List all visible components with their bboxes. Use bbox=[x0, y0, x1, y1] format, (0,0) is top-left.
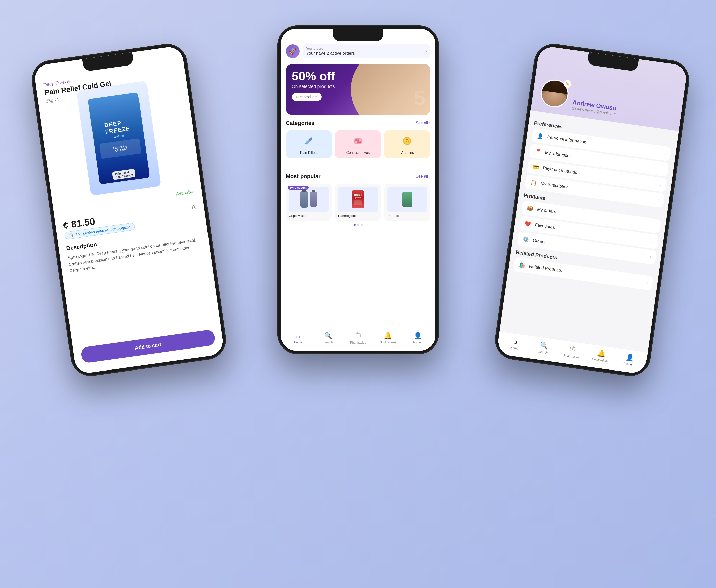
promo-banner[interactable]: 50% off On selected products See product… bbox=[286, 64, 430, 115]
product-brand-text: DEEPFREEZE bbox=[104, 119, 130, 135]
account-screen: ✏️ Andrew Owusu andrew.owusu@gmail.com P… bbox=[496, 45, 688, 375]
svg-point-6 bbox=[355, 139, 357, 141]
person-icon: 👤 bbox=[536, 132, 544, 140]
search-icon-right: 🔍 bbox=[539, 341, 548, 350]
see-products-button[interactable]: See products bbox=[292, 93, 322, 101]
nav-pharmacies-label: Pharmacies bbox=[350, 341, 366, 344]
svg-point-11 bbox=[359, 141, 361, 143]
active-orders-banner[interactable]: Your orders Your have 2 active orders › bbox=[303, 44, 430, 58]
rocket-icon: 🚀 bbox=[286, 44, 300, 58]
home-header: 🚀 Your orders Your have 2 active orders … bbox=[286, 44, 430, 58]
favourites-icon: ❤️ bbox=[524, 220, 532, 227]
bell-icon: 🔔 bbox=[384, 332, 392, 340]
popular-card-2[interactable]: Haemoglobin Haemoglobin bbox=[335, 184, 381, 221]
bottom-nav-center: ⌂ Home 🔍 Search bbox=[281, 328, 435, 351]
pain-killers-icon bbox=[302, 134, 316, 148]
home-screen: 🚀 Your orders Your have 2 active orders … bbox=[281, 29, 435, 351]
svg-line-22 bbox=[572, 348, 573, 350]
phone-notch-center bbox=[333, 29, 384, 41]
nav-pharmacies-right[interactable]: Pharmacies bbox=[557, 343, 587, 360]
category-vitamins[interactable]: C Vitamins bbox=[384, 130, 430, 158]
home-icon-right: ⌂ bbox=[513, 337, 518, 346]
contraceptives-icon bbox=[351, 134, 365, 148]
card-icon: 💳 bbox=[532, 164, 540, 171]
add-to-cart-button[interactable]: Add to cart bbox=[80, 329, 216, 363]
product-name-2: Haemoglobin bbox=[338, 214, 378, 218]
indicator-dot-3 bbox=[361, 224, 363, 226]
categories-header: Categories See all › bbox=[286, 120, 430, 126]
nav-notifications[interactable]: 🔔 Notifications bbox=[373, 332, 403, 344]
categories-row: Pain Killers bbox=[286, 130, 430, 158]
chevron-up-icon[interactable]: ∧ bbox=[190, 202, 197, 211]
nav-account-right[interactable]: 👤 Account bbox=[614, 352, 645, 368]
category-pain-killers[interactable]: Pain Killers bbox=[286, 130, 332, 158]
phone-right-screen: ✏️ Andrew Owusu andrew.owusu@gmail.com P… bbox=[496, 45, 688, 375]
account-sections: Preferences 👤 Personal information › 📍 M… bbox=[500, 110, 679, 352]
categories-see-all[interactable]: See all › bbox=[415, 121, 430, 125]
product-name-3: Product bbox=[387, 214, 427, 218]
nav-notifications-right[interactable]: 🔔 Notifications bbox=[586, 348, 616, 364]
svg-point-8 bbox=[359, 139, 361, 141]
phone-right: ✏️ Andrew Owusu andrew.owusu@gmail.com P… bbox=[492, 41, 692, 379]
chevron-right-icon: › bbox=[658, 198, 660, 203]
avatar-wrapper: ✏️ bbox=[539, 78, 570, 109]
nav-pharmacies[interactable]: Pharmacies bbox=[343, 332, 373, 344]
related-icon: 🛍️ bbox=[518, 262, 526, 269]
popular-card-3[interactable]: Product bbox=[385, 184, 430, 221]
popular-title: Most popular bbox=[286, 173, 321, 180]
popular-section: Most popular See all › 5% Discount bbox=[286, 173, 430, 226]
promo-sub: On selected products bbox=[292, 84, 335, 89]
chevron-right-icon: › bbox=[652, 239, 654, 244]
account-name-area: Andrew Owusu andrew.owusu@gmail.com bbox=[571, 99, 618, 116]
active-orders-title: Your orders bbox=[306, 46, 355, 50]
nav-search-right[interactable]: 🔍 Search bbox=[528, 340, 559, 356]
nav-home[interactable]: ⌂ Home bbox=[283, 332, 313, 344]
popular-row: 5% Discount Gripe Mixture bbox=[286, 184, 430, 221]
phone-center-screen: 🚀 Your orders Your have 2 active orders … bbox=[281, 29, 435, 351]
chevron-right-icon: › bbox=[429, 174, 430, 178]
nav-home-label-right: Home bbox=[510, 346, 519, 350]
nav-account-label-center: Account bbox=[412, 341, 423, 344]
account-icon: 👤 bbox=[414, 332, 422, 340]
nav-search-label: Search bbox=[323, 341, 333, 344]
svg-rect-20 bbox=[572, 346, 574, 348]
chevron-right-icon: › bbox=[660, 182, 662, 187]
svg-rect-16 bbox=[357, 332, 359, 334]
nav-account-center[interactable]: 👤 Account bbox=[403, 332, 433, 344]
svg-point-10 bbox=[357, 141, 359, 143]
contraceptives-label: Contraceptives bbox=[346, 150, 370, 154]
product-image-area: DEEPFREEZE Cold Gel Fast ActingPain Reli… bbox=[36, 65, 202, 211]
nav-home-right[interactable]: ⌂ Home bbox=[500, 336, 530, 352]
indicator-dot-1 bbox=[353, 224, 355, 226]
pharmacies-icon bbox=[355, 332, 362, 340]
product-screen: Deep Freeze Pain Relief Cold Gel 35g x1 … bbox=[33, 45, 225, 375]
phone-left: Deep Freeze Pain Relief Cold Gel 35g x1 … bbox=[29, 41, 229, 379]
nav-notifications-label: Notifications bbox=[379, 341, 396, 344]
product-image-2: Haemoglobin bbox=[338, 187, 378, 212]
nav-search[interactable]: 🔍 Search bbox=[313, 332, 343, 344]
popular-header: Most popular See all › bbox=[286, 173, 430, 180]
phone-left-screen: Deep Freeze Pain Relief Cold Gel 35g x1 … bbox=[33, 45, 225, 375]
location-icon: 📍 bbox=[534, 148, 542, 155]
chevron-right-icon: › bbox=[429, 121, 430, 125]
active-orders-text: Your have 2 active orders bbox=[306, 51, 355, 56]
bell-icon-right: 🔔 bbox=[597, 349, 606, 358]
product-name-1: Gripe Mixture bbox=[289, 214, 329, 218]
product-inner: DEEPFREEZE Cold Gel Fast ActingPain Reli… bbox=[88, 92, 150, 185]
svg-point-9 bbox=[355, 141, 357, 143]
page-indicators bbox=[286, 224, 430, 226]
popular-card-1[interactable]: 5% Discount Gripe Mixture bbox=[286, 184, 331, 221]
category-contraceptives[interactable]: Contraceptives bbox=[335, 130, 381, 158]
chevron-right-icon: › bbox=[425, 48, 427, 54]
popular-see-all[interactable]: See all › bbox=[415, 174, 430, 178]
promo-slide-number: 5 bbox=[414, 86, 425, 110]
categories-section: Categories See all › bbox=[286, 120, 430, 158]
nav-search-label-right: Search bbox=[538, 350, 548, 355]
nav-pharmacies-label-right: Pharmacies bbox=[563, 354, 580, 359]
phone-center: 🚀 Your orders Your have 2 active orders … bbox=[277, 25, 439, 354]
chevron-right-icon: › bbox=[664, 151, 666, 156]
chevron-right-icon: › bbox=[654, 224, 656, 228]
product-image-3 bbox=[387, 187, 427, 212]
svg-text:C: C bbox=[405, 138, 409, 143]
home-icon: ⌂ bbox=[296, 332, 300, 340]
